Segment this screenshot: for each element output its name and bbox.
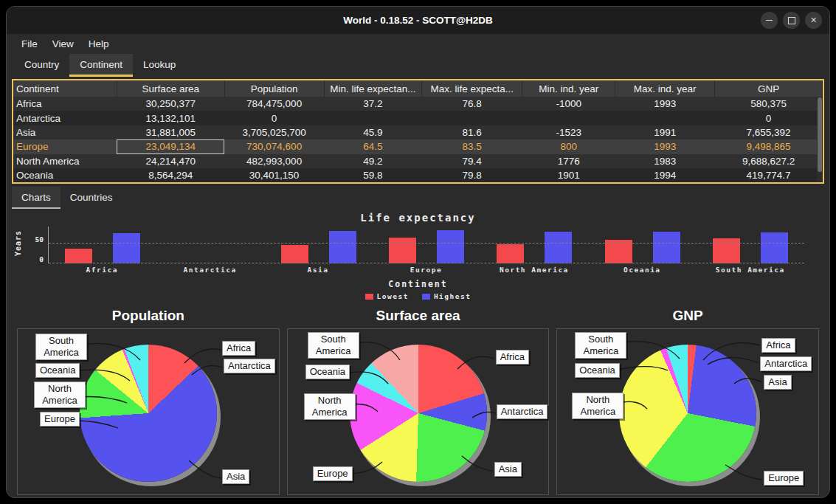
column-header[interactable]: GNP	[715, 80, 823, 97]
table-cell: 24,214,470	[117, 154, 224, 168]
maximize-button[interactable]	[783, 12, 800, 29]
tab-country[interactable]: Country	[14, 54, 69, 77]
table-cell	[422, 111, 522, 125]
table-cell: 0	[715, 111, 823, 125]
pie-label-africa: Africa	[761, 338, 795, 353]
x-tick-label: Oceania	[588, 266, 696, 274]
table-cell: 79.8	[422, 168, 522, 182]
x-tick-label: South America	[697, 266, 804, 274]
column-header[interactable]: Min. ind. year	[522, 80, 615, 97]
table-row[interactable]: North America24,214,470482,993,00049.279…	[13, 154, 823, 168]
minimize-icon	[766, 20, 773, 21]
table-cell	[615, 111, 715, 125]
pie-label-europe: Europe	[40, 412, 80, 427]
table-row[interactable]: Africa30,250,377784,475,00037.276.8-1000…	[13, 97, 823, 111]
table-cell: 580,375	[715, 97, 823, 111]
column-header[interactable]: Population	[224, 80, 324, 97]
pie-label-asia: Asia	[222, 469, 249, 484]
surface-area-pie-panel: South America Oceania North America Euro…	[287, 328, 550, 495]
pie-label-oceania: Oceania	[305, 365, 350, 379]
pie-label-africa: Africa	[222, 341, 255, 356]
pie-label-south-america: South America	[575, 332, 626, 358]
legend-swatch	[422, 294, 430, 300]
table-row[interactable]: Oceania8,564,29430,401,15059.879.8190119…	[13, 168, 823, 182]
table-cell: 59.8	[324, 168, 422, 182]
titlebar[interactable]: World - 0.18.52 - SCOTT@H2DB ✕	[7, 7, 829, 34]
table-cell: 800	[522, 139, 615, 153]
app-window: World - 0.18.52 - SCOTT@H2DB ✕ File View…	[6, 6, 830, 498]
menu-file[interactable]: File	[15, 36, 44, 52]
bars-container	[49, 227, 804, 263]
bar	[281, 245, 308, 263]
x-axis-title: Continent	[7, 279, 829, 289]
close-button[interactable]: ✕	[805, 12, 822, 29]
table-scrollbar[interactable]	[817, 97, 823, 182]
continent-table: ContinentSurface areaPopulationMin. life…	[12, 79, 824, 184]
table-cell: 1991	[615, 125, 715, 139]
bar	[437, 230, 464, 263]
tab-countries[interactable]: Countries	[61, 187, 122, 209]
table-row[interactable]: Asia31,881,0053,705,025,70045.981.6-1523…	[13, 125, 823, 139]
legend-label: Highest	[434, 292, 471, 300]
table-cell: 9,498,865	[715, 139, 823, 153]
table-body: Africa30,250,377784,475,00037.276.8-1000…	[13, 97, 823, 182]
table-cell: 83.5	[422, 139, 522, 153]
pie-label-antarctica: Antarctica	[224, 359, 275, 373]
column-header[interactable]: Max. ind. year	[615, 80, 715, 97]
x-tick-label: North America	[480, 266, 588, 274]
main-tabbar: Country Continent Lookup	[7, 54, 829, 77]
bar-group	[265, 227, 373, 263]
minimize-button[interactable]	[761, 12, 778, 29]
table-cell: 81.6	[422, 125, 522, 139]
bar-plot-area	[48, 227, 804, 263]
bar-chart-title: Life expectancy	[7, 212, 829, 224]
bar-group	[697, 227, 804, 263]
table-cell: North America	[13, 154, 117, 168]
gridline	[49, 263, 804, 263]
table-cell: Oceania	[13, 168, 117, 182]
tab-charts[interactable]: Charts	[12, 187, 61, 209]
table-cell: -1000	[522, 97, 615, 111]
pie-label-africa: Africa	[496, 350, 529, 365]
table-cell: 1993	[615, 139, 715, 153]
table-cell: 8,564,294	[117, 168, 224, 182]
pie-label-oceania: Oceania	[575, 363, 619, 378]
bar	[761, 232, 788, 263]
bar-group	[588, 227, 696, 263]
table-row[interactable]: Europe23,049,134730,074,60064.583.580019…	[13, 139, 823, 153]
table-cell: 0	[224, 111, 324, 125]
pie-label-north-america: North America	[304, 393, 356, 419]
column-header[interactable]: Continent	[13, 80, 117, 97]
table-cell: 45.9	[324, 125, 422, 139]
bar	[653, 232, 680, 263]
pie-label-europe: Europe	[764, 471, 804, 486]
x-tick-label: Asia	[264, 266, 372, 274]
table-cell: 1776	[522, 154, 615, 168]
legend-item: Lowest	[365, 292, 409, 300]
menu-help[interactable]: Help	[83, 36, 115, 52]
table-cell: 30,401,150	[224, 168, 324, 182]
pie-label-asia: Asia	[764, 375, 791, 390]
pie-label-europe: Europe	[313, 466, 353, 481]
menu-view[interactable]: View	[46, 36, 80, 52]
table-cell: 3,705,025,700	[224, 125, 324, 139]
bar	[113, 233, 140, 264]
window-title: World - 0.18.52 - SCOTT@H2DB	[7, 15, 829, 26]
tab-continent[interactable]: Continent	[69, 54, 133, 77]
column-header[interactable]: Surface area	[117, 80, 224, 97]
scrollbar-thumb[interactable]	[818, 97, 822, 172]
tab-lookup[interactable]: Lookup	[133, 54, 186, 77]
column-header[interactable]: Min. life expectan...	[324, 80, 422, 97]
table-header-row: ContinentSurface areaPopulationMin. life…	[13, 80, 823, 97]
table-cell: 49.2	[324, 154, 422, 168]
window-controls: ✕	[761, 7, 822, 34]
table-row[interactable]: Antarctica13,132,10100	[13, 111, 823, 125]
column-header[interactable]: Max. life expecta...	[422, 80, 522, 97]
pie-title-population: Population	[17, 308, 280, 324]
table-cell: 76.8	[422, 97, 522, 111]
table-cell: 784,475,000	[224, 97, 324, 111]
bar	[389, 238, 416, 263]
pie-label-antarctica: Antarctica	[497, 404, 548, 419]
y-tick-label: 0	[39, 255, 44, 263]
gnp-pie-panel: South America Oceania North America Afri…	[556, 328, 819, 495]
